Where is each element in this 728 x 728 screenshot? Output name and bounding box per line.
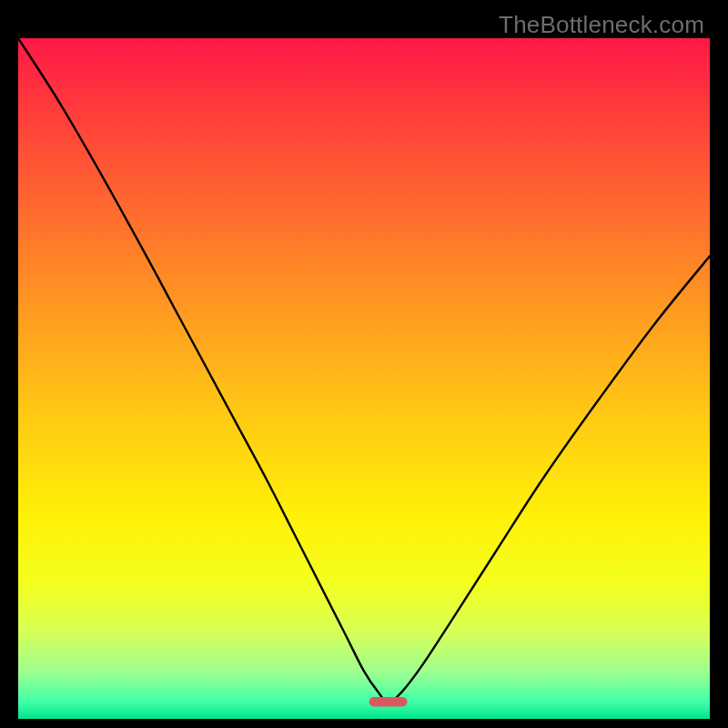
optimal-marker <box>369 697 408 706</box>
plot-area <box>18 38 710 719</box>
chart-svg <box>18 38 710 719</box>
watermark-text: TheBottleneck.com <box>499 11 704 39</box>
gradient-background <box>18 38 710 719</box>
chart-frame: TheBottleneck.com <box>9 9 719 719</box>
